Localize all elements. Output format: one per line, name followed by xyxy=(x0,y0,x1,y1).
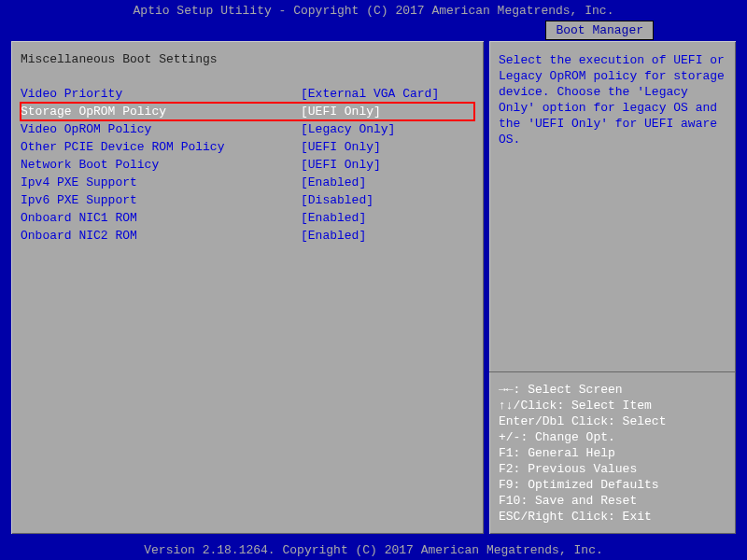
setting-label: Other PCIE Device ROM Policy xyxy=(21,139,301,155)
setting-label: Onboard NIC2 ROM xyxy=(21,228,301,244)
setting-value: [UEFI Only] xyxy=(301,157,474,173)
nav-save-reset: F10: Save and Reset xyxy=(499,493,726,509)
setting-value: [Enabled] xyxy=(301,228,474,244)
setting-video-priority[interactable]: Video Priority [External VGA Card] xyxy=(21,85,474,103)
footer-bar: Version 2.18.1264. Copyright (C) 2017 Am… xyxy=(0,539,747,560)
settings-panel: Miscellaneous Boot Settings Video Priori… xyxy=(9,39,486,536)
section-title: Miscellaneous Boot Settings xyxy=(21,52,474,66)
setting-value: [UEFI Only] xyxy=(301,104,474,119)
setting-label: Ipv6 PXE Support xyxy=(21,192,301,208)
help-panel: Select the execution of UEFI or Legacy O… xyxy=(487,39,738,536)
setting-value: [External VGA Card] xyxy=(301,86,474,102)
setting-label: Storage OpROM Policy xyxy=(21,104,301,119)
setting-value: [Legacy Only] xyxy=(301,121,474,137)
help-text: Select the execution of UEFI or Legacy O… xyxy=(489,41,736,371)
tab-label: Boot Manager xyxy=(556,23,643,37)
nav-general-help: F1: General Help xyxy=(499,445,726,461)
setting-label: Video OpROM Policy xyxy=(21,121,301,137)
setting-label: Ipv4 PXE Support xyxy=(21,175,301,190)
setting-ipv4-pxe-support[interactable]: Ipv4 PXE Support [Enabled] xyxy=(21,174,474,191)
setting-value: [Enabled] xyxy=(301,210,474,226)
nav-optimized-defaults: F9: Optimized Defaults xyxy=(499,477,726,493)
nav-select-screen: →←: Select Screen xyxy=(499,382,726,398)
header-bar: Aptio Setup Utility - Copyright (C) 2017… xyxy=(0,0,747,21)
setting-value: [Disabled] xyxy=(301,192,474,208)
setting-ipv6-pxe-support[interactable]: Ipv6 PXE Support [Disabled] xyxy=(21,191,474,209)
nav-select-item: ↑↓/Click: Select Item xyxy=(499,398,726,413)
setting-other-pcie-device-rom[interactable]: Other PCIE Device ROM Policy [UEFI Only] xyxy=(21,138,474,156)
header-title: Aptio Setup Utility - Copyright (C) 2017… xyxy=(134,4,614,18)
setting-label: Video Priority xyxy=(21,86,301,102)
setting-label: Onboard NIC1 ROM xyxy=(21,210,301,226)
tab-boot-manager[interactable]: Boot Manager xyxy=(545,21,654,40)
setting-storage-oprom-policy[interactable]: Storage OpROM Policy [UEFI Only] xyxy=(21,103,474,120)
nav-hints: →←: Select Screen ↑↓/Click: Select Item … xyxy=(489,371,736,534)
setting-onboard-nic1-rom[interactable]: Onboard NIC1 ROM [Enabled] xyxy=(21,209,474,227)
setting-onboard-nic2-rom[interactable]: Onboard NIC2 ROM [Enabled] xyxy=(21,227,474,245)
setting-label: Network Boot Policy xyxy=(21,157,301,173)
setting-network-boot-policy[interactable]: Network Boot Policy [UEFI Only] xyxy=(21,156,474,174)
nav-exit: ESC/Right Click: Exit xyxy=(499,509,726,525)
main-area: Miscellaneous Boot Settings Video Priori… xyxy=(9,39,738,536)
tab-row: Boot Manager xyxy=(0,21,747,39)
setting-video-oprom-policy[interactable]: Video OpROM Policy [Legacy Only] xyxy=(21,120,474,138)
setting-value: [Enabled] xyxy=(301,175,474,190)
nav-previous-values: F2: Previous Values xyxy=(499,461,726,477)
nav-change-opt: +/-: Change Opt. xyxy=(499,429,726,445)
setting-value: [UEFI Only] xyxy=(301,139,474,155)
footer-text: Version 2.18.1264. Copyright (C) 2017 Am… xyxy=(144,543,602,557)
nav-enter-select: Enter/Dbl Click: Select xyxy=(499,413,726,429)
